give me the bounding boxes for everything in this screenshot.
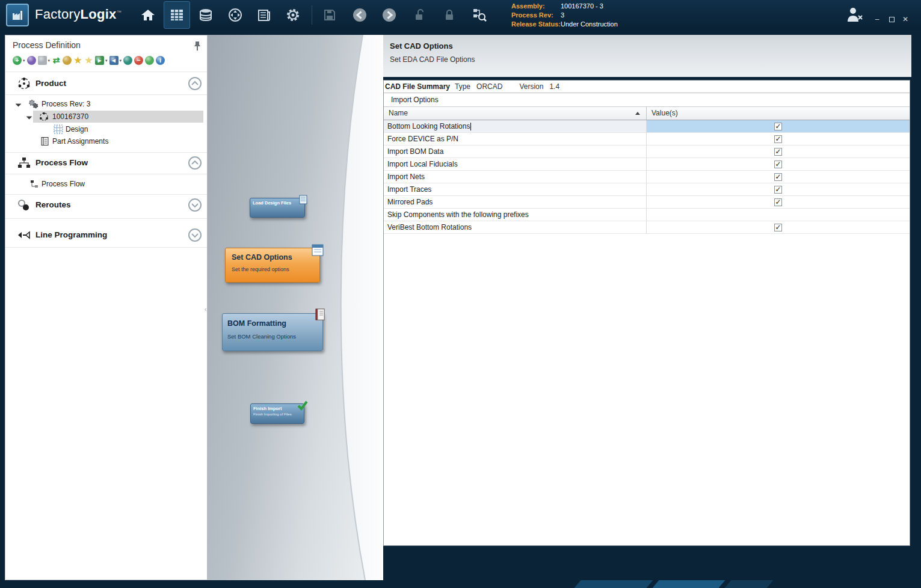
close-button[interactable]: ✕ xyxy=(900,14,911,24)
table-row[interactable]: Skip Components with the following prefi… xyxy=(384,209,910,221)
wizard-step-finish-import[interactable]: Finish Import Finish Importing of Files xyxy=(250,403,304,424)
sidebar-section-line-programming[interactable]: Line Programming xyxy=(5,227,207,245)
section-label: Line Programming xyxy=(35,230,107,239)
expand-caret-icon[interactable] xyxy=(16,101,22,107)
audit-search-icon[interactable] xyxy=(471,7,488,23)
home-icon[interactable] xyxy=(140,7,156,23)
redo-forward-icon[interactable] xyxy=(381,7,398,23)
favorite-icon[interactable]: ★ xyxy=(84,56,93,65)
option-name-cell[interactable]: Force DEVICE as P/N xyxy=(384,133,647,145)
tree-item-assembly[interactable]: 100167370 xyxy=(5,111,207,123)
row-checkbox[interactable] xyxy=(774,135,782,143)
wizard-step-load-design-files[interactable]: Load Design Files xyxy=(250,198,305,218)
tree-item-design[interactable]: Design xyxy=(5,123,207,135)
tree-item-process-rev[interactable]: Process Rev: 3 xyxy=(5,98,207,110)
reroutes-icon xyxy=(17,198,31,213)
dispatch-icon[interactable] xyxy=(227,7,244,23)
table-row[interactable]: Mirrored Pads xyxy=(384,196,910,209)
star-icon[interactable]: ★ xyxy=(73,56,82,65)
row-name-text: Import Nets xyxy=(387,173,425,181)
lock-icon[interactable] xyxy=(441,7,458,23)
import-icon[interactable]: ◂ xyxy=(109,56,119,65)
option-name-cell[interactable]: VeriBest Bottom Rotations xyxy=(384,221,647,234)
option-value-cell[interactable] xyxy=(647,145,910,158)
user-logout-icon[interactable] xyxy=(845,6,864,23)
row-checkbox[interactable] xyxy=(774,148,782,156)
option-value-cell[interactable] xyxy=(647,183,910,196)
accept-icon[interactable] xyxy=(145,56,154,65)
table-row[interactable]: Import Nets xyxy=(384,171,910,183)
option-name-cell[interactable]: Skip Components with the following prefi… xyxy=(384,209,647,221)
row-checkbox[interactable] xyxy=(774,123,782,130)
option-value-cell[interactable] xyxy=(647,133,910,145)
wizard-step-set-cad-options[interactable]: Set CAD Options Set the required options xyxy=(225,248,320,283)
table-row[interactable]: VeriBest Bottom Rotations xyxy=(384,221,910,234)
globe-icon[interactable] xyxy=(123,56,132,65)
values-column-header[interactable]: Value(s) xyxy=(647,107,910,120)
sidebar-section-reroutes[interactable]: Reroutes xyxy=(5,197,207,215)
step-subtitle: Finish Importing of Files xyxy=(253,412,301,416)
minimize-button[interactable]: – xyxy=(872,14,882,24)
row-checkbox[interactable] xyxy=(774,186,782,194)
tree-item-part-assignments[interactable]: Part Assignments xyxy=(5,135,207,147)
window-bottom-strip xyxy=(0,580,921,588)
table-row[interactable]: Import BOM Data xyxy=(384,145,910,158)
table-row[interactable]: Import Local Fiducials xyxy=(384,158,910,171)
print-icon[interactable] xyxy=(38,56,47,65)
collapse-process-flow-icon[interactable] xyxy=(188,156,202,170)
undo-back-icon[interactable] xyxy=(351,7,368,23)
print-dropdown-icon[interactable]: ▾ xyxy=(48,58,51,63)
row-checkbox[interactable] xyxy=(774,173,782,181)
summary-label: CAD File Summary xyxy=(385,82,450,91)
table-row[interactable]: Bottom Looking Rotations xyxy=(384,120,910,133)
option-value-cell[interactable] xyxy=(647,120,910,133)
row-name-text: Mirrored Pads xyxy=(387,198,433,206)
maximize-button[interactable] xyxy=(886,14,897,24)
info-icon[interactable]: i xyxy=(156,56,165,65)
materials-database-icon[interactable] xyxy=(197,7,214,23)
export-icon[interactable]: ▸ xyxy=(95,56,104,65)
documents-icon[interactable] xyxy=(256,7,273,23)
option-name-cell[interactable]: Import BOM Data xyxy=(384,145,647,158)
save-icon[interactable] xyxy=(321,7,338,23)
option-name-cell[interactable]: Import Nets xyxy=(384,171,647,183)
sidebar-section-process-flow[interactable]: Process Flow xyxy=(5,155,207,173)
option-name-cell[interactable]: Import Traces xyxy=(384,183,647,196)
sidebar-section-product[interactable]: Product xyxy=(5,75,207,93)
export-dropdown-icon[interactable]: ▾ xyxy=(105,58,108,63)
remove-icon[interactable]: − xyxy=(134,56,143,65)
version-value: 1.4 xyxy=(549,82,559,91)
settings-gear-icon[interactable] xyxy=(285,7,301,23)
option-value-cell[interactable] xyxy=(647,171,910,183)
option-value-cell[interactable] xyxy=(647,196,910,209)
pin-icon[interactable] xyxy=(193,41,202,53)
option-value-cell[interactable] xyxy=(647,221,910,234)
sync-icon[interactable]: ⇄ xyxy=(52,56,61,65)
divider xyxy=(5,152,207,153)
process-definition-icon[interactable] xyxy=(168,7,185,23)
expand-caret-icon[interactable] xyxy=(26,114,32,120)
row-checkbox[interactable] xyxy=(774,198,782,206)
add-dropdown-icon[interactable]: ▾ xyxy=(23,58,25,63)
expand-reroutes-icon[interactable] xyxy=(188,198,202,212)
add-icon[interactable]: + xyxy=(13,56,22,65)
table-row[interactable]: Force DEVICE as P/N xyxy=(384,133,910,145)
option-value-cell[interactable] xyxy=(647,158,910,171)
name-column-header[interactable]: Name xyxy=(384,107,647,120)
import-dropdown-icon[interactable]: ▾ xyxy=(120,58,122,63)
row-checkbox[interactable] xyxy=(774,224,782,231)
option-value-cell[interactable] xyxy=(647,209,910,221)
wizard-step-bom-formatting[interactable]: BOM Formatting Set BOM Cleaning Options xyxy=(222,313,323,351)
assembly-info: Assembly:100167370 - 3 Process Rev:3 Rel… xyxy=(511,2,618,29)
table-row[interactable]: Import Traces xyxy=(384,183,910,196)
option-name-cell[interactable]: Import Local Fiducials xyxy=(384,158,647,171)
option-name-cell[interactable]: Bottom Looking Rotations xyxy=(384,120,647,133)
unlock-icon[interactable] xyxy=(411,7,428,23)
collapse-product-icon[interactable] xyxy=(188,76,202,91)
row-checkbox[interactable] xyxy=(774,161,782,168)
expand-line-programming-icon[interactable] xyxy=(188,228,202,242)
key-icon[interactable] xyxy=(63,56,72,65)
tree-item-process-flow[interactable]: Process Flow xyxy=(5,178,207,190)
option-name-cell[interactable]: Mirrored Pads xyxy=(384,196,647,209)
web-icon[interactable] xyxy=(27,56,36,65)
